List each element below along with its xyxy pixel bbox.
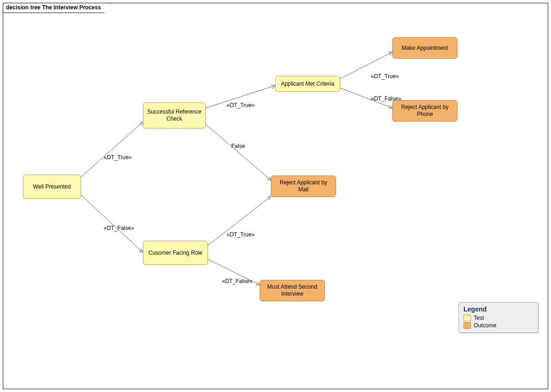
edge-label-criteria-to-appt: «DT_True»	[371, 73, 399, 80]
svg-line-3	[206, 124, 271, 180]
legend-label-test: Test	[474, 315, 484, 321]
svg-line-4	[208, 196, 271, 245]
legend-label-outcome: Outcome	[474, 322, 497, 329]
diagram-canvas: decision tree The Interview Process	[0, 0, 551, 392]
legend-item-test: Test	[464, 315, 533, 321]
edge-label-ref-to-rejectmail: False	[231, 143, 245, 149]
svg-line-1	[80, 194, 143, 252]
legend-swatch-test	[464, 315, 471, 321]
node-well-presented[interactable]: Well Presented	[23, 175, 81, 199]
legend-item-outcome: Outcome	[464, 322, 533, 329]
edge-label-well-to-ref: «DT_True»	[104, 154, 132, 161]
legend: Legend Test Outcome	[458, 302, 538, 333]
frame-title: decision tree The Interview Process	[3, 3, 110, 13]
node-applicant-met-criteria[interactable]: Applicant Met Criteria	[275, 76, 340, 92]
edge-label-cust-to-rejectmail: «DT_True»	[227, 231, 255, 238]
svg-line-0	[80, 122, 143, 178]
node-reject-applicant-by-mail[interactable]: Reject Applicant by Mail	[271, 176, 336, 197]
edge-label-well-to-cust: «DT_False»	[104, 225, 134, 231]
edge-label-cust-to-second: «DT_False»	[222, 278, 252, 284]
node-customer-facing-role[interactable]: Cusomer Facing Role	[143, 241, 208, 265]
node-reject-applicant-by-phone[interactable]: Reject Applicant by Phone	[392, 100, 457, 122]
legend-title: Legend	[464, 305, 533, 313]
edge-label-ref-to-criteria: «DT_True»	[227, 102, 255, 108]
node-make-appointment[interactable]: Make Appointment	[392, 37, 457, 59]
diagram-frame: decision tree The Interview Process	[3, 3, 548, 389]
legend-swatch-outcome	[464, 322, 471, 329]
node-successful-reference-check[interactable]: Successful Reference Check	[143, 102, 206, 128]
node-must-attend-second-interview[interactable]: Must Attend Second Interview	[260, 280, 325, 301]
